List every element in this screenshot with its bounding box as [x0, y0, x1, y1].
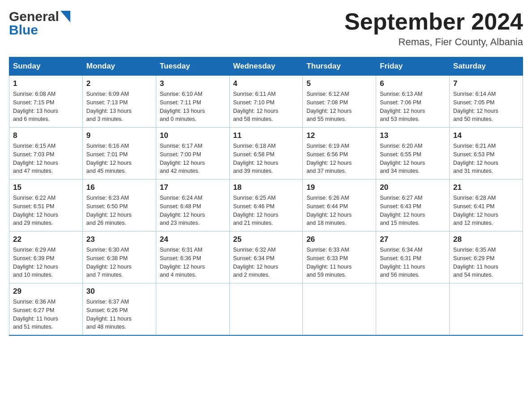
day-info: Sunrise: 6:30 AM Sunset: 6:38 PM Dayligh… — [86, 246, 152, 279]
calendar-cell — [156, 283, 229, 336]
day-number: 3 — [160, 79, 226, 88]
day-number: 22 — [13, 235, 79, 244]
calendar-week-row: 22Sunrise: 6:29 AM Sunset: 6:39 PM Dayli… — [9, 231, 523, 283]
calendar-cell: 26Sunrise: 6:33 AM Sunset: 6:33 PM Dayli… — [303, 231, 376, 283]
calendar-cell — [450, 283, 523, 336]
calendar-week-row: 15Sunrise: 6:22 AM Sunset: 6:51 PM Dayli… — [9, 180, 523, 231]
day-info: Sunrise: 6:13 AM Sunset: 7:06 PM Dayligh… — [380, 90, 446, 124]
day-number: 25 — [233, 235, 299, 244]
day-info: Sunrise: 6:29 AM Sunset: 6:39 PM Dayligh… — [13, 246, 79, 279]
day-number: 12 — [306, 131, 372, 140]
day-number: 28 — [453, 235, 519, 244]
day-info: Sunrise: 6:37 AM Sunset: 6:26 PM Dayligh… — [86, 298, 152, 331]
day-number: 18 — [233, 183, 299, 192]
calendar-week-row: 1Sunrise: 6:08 AM Sunset: 7:15 PM Daylig… — [9, 76, 523, 128]
calendar-cell: 4Sunrise: 6:11 AM Sunset: 7:10 PM Daylig… — [229, 76, 303, 128]
day-info: Sunrise: 6:27 AM Sunset: 6:43 PM Dayligh… — [380, 194, 446, 227]
day-number: 17 — [160, 183, 226, 192]
day-info: Sunrise: 6:34 AM Sunset: 6:31 PM Dayligh… — [380, 246, 446, 279]
day-info: Sunrise: 6:25 AM Sunset: 6:46 PM Dayligh… — [233, 194, 299, 227]
day-number: 14 — [453, 131, 519, 140]
calendar-table: SundayMondayTuesdayWednesdayThursdayFrid… — [9, 57, 523, 336]
day-number: 21 — [453, 183, 519, 192]
day-info: Sunrise: 6:09 AM Sunset: 7:13 PM Dayligh… — [86, 90, 152, 124]
calendar-header-saturday: Saturday — [450, 57, 523, 76]
calendar-cell: 7Sunrise: 6:14 AM Sunset: 7:05 PM Daylig… — [450, 76, 523, 128]
calendar-cell: 10Sunrise: 6:17 AM Sunset: 7:00 PM Dayli… — [156, 128, 229, 180]
logo-arrow-icon — [60, 11, 70, 24]
day-info: Sunrise: 6:08 AM Sunset: 7:15 PM Dayligh… — [13, 90, 79, 124]
day-number: 10 — [160, 131, 226, 140]
day-number: 9 — [86, 131, 152, 140]
location: Remas, Fier County, Albania — [344, 36, 523, 48]
day-info: Sunrise: 6:15 AM Sunset: 7:03 PM Dayligh… — [13, 142, 79, 176]
calendar-cell: 23Sunrise: 6:30 AM Sunset: 6:38 PM Dayli… — [82, 231, 156, 283]
calendar-header-thursday: Thursday — [303, 57, 376, 76]
calendar-cell: 20Sunrise: 6:27 AM Sunset: 6:43 PM Dayli… — [376, 180, 450, 231]
day-info: Sunrise: 6:20 AM Sunset: 6:55 PM Dayligh… — [380, 142, 446, 176]
day-info: Sunrise: 6:21 AM Sunset: 6:53 PM Dayligh… — [453, 142, 519, 176]
day-number: 8 — [13, 131, 79, 140]
day-info: Sunrise: 6:18 AM Sunset: 6:58 PM Dayligh… — [233, 142, 299, 176]
day-info: Sunrise: 6:16 AM Sunset: 7:01 PM Dayligh… — [86, 142, 152, 176]
calendar-cell: 16Sunrise: 6:23 AM Sunset: 6:50 PM Dayli… — [82, 180, 156, 231]
calendar-header-monday: Monday — [82, 57, 156, 76]
logo: General Blue — [9, 9, 70, 38]
day-info: Sunrise: 6:35 AM Sunset: 6:29 PM Dayligh… — [453, 246, 519, 279]
day-info: Sunrise: 6:26 AM Sunset: 6:44 PM Dayligh… — [306, 194, 372, 227]
calendar-cell: 25Sunrise: 6:32 AM Sunset: 6:34 PM Dayli… — [229, 231, 303, 283]
calendar-cell: 30Sunrise: 6:37 AM Sunset: 6:26 PM Dayli… — [82, 283, 156, 336]
day-number: 6 — [380, 79, 446, 88]
day-info: Sunrise: 6:17 AM Sunset: 7:00 PM Dayligh… — [160, 142, 226, 176]
day-number: 23 — [86, 235, 152, 244]
day-info: Sunrise: 6:22 AM Sunset: 6:51 PM Dayligh… — [13, 194, 79, 227]
logo-general-text: General — [9, 9, 59, 24]
title-block: September 2024 Remas, Fier County, Alban… — [344, 9, 523, 48]
day-info: Sunrise: 6:10 AM Sunset: 7:11 PM Dayligh… — [160, 90, 226, 124]
day-info: Sunrise: 6:12 AM Sunset: 7:08 PM Dayligh… — [306, 90, 372, 124]
day-info: Sunrise: 6:33 AM Sunset: 6:33 PM Dayligh… — [306, 246, 372, 279]
calendar-cell: 21Sunrise: 6:28 AM Sunset: 6:41 PM Dayli… — [450, 180, 523, 231]
day-info: Sunrise: 6:36 AM Sunset: 6:27 PM Dayligh… — [13, 298, 79, 331]
day-number: 16 — [86, 183, 152, 192]
calendar-cell — [376, 283, 450, 336]
day-info: Sunrise: 6:14 AM Sunset: 7:05 PM Dayligh… — [453, 90, 519, 124]
calendar-cell: 8Sunrise: 6:15 AM Sunset: 7:03 PM Daylig… — [9, 128, 83, 180]
day-number: 5 — [306, 79, 372, 88]
day-number: 29 — [13, 287, 79, 296]
calendar-cell: 24Sunrise: 6:31 AM Sunset: 6:36 PM Dayli… — [156, 231, 229, 283]
calendar-cell: 27Sunrise: 6:34 AM Sunset: 6:31 PM Dayli… — [376, 231, 450, 283]
calendar-cell: 9Sunrise: 6:16 AM Sunset: 7:01 PM Daylig… — [82, 128, 156, 180]
calendar-cell: 28Sunrise: 6:35 AM Sunset: 6:29 PM Dayli… — [450, 231, 523, 283]
calendar-cell: 5Sunrise: 6:12 AM Sunset: 7:08 PM Daylig… — [303, 76, 376, 128]
day-number: 20 — [380, 183, 446, 192]
day-number: 15 — [13, 183, 79, 192]
calendar-cell: 22Sunrise: 6:29 AM Sunset: 6:39 PM Dayli… — [9, 231, 83, 283]
day-number: 30 — [86, 287, 152, 296]
calendar-cell: 13Sunrise: 6:20 AM Sunset: 6:55 PM Dayli… — [376, 128, 450, 180]
calendar-header-friday: Friday — [376, 57, 450, 76]
day-info: Sunrise: 6:28 AM Sunset: 6:41 PM Dayligh… — [453, 194, 519, 227]
calendar-cell: 12Sunrise: 6:19 AM Sunset: 6:56 PM Dayli… — [303, 128, 376, 180]
day-info: Sunrise: 6:31 AM Sunset: 6:36 PM Dayligh… — [160, 246, 226, 279]
calendar-cell: 1Sunrise: 6:08 AM Sunset: 7:15 PM Daylig… — [9, 76, 83, 128]
calendar-cell: 3Sunrise: 6:10 AM Sunset: 7:11 PM Daylig… — [156, 76, 229, 128]
day-info: Sunrise: 6:32 AM Sunset: 6:34 PM Dayligh… — [233, 246, 299, 279]
calendar-cell: 2Sunrise: 6:09 AM Sunset: 7:13 PM Daylig… — [82, 76, 156, 128]
day-number: 26 — [306, 235, 372, 244]
logo-blue-text: Blue — [9, 22, 38, 38]
calendar-header-tuesday: Tuesday — [156, 57, 229, 76]
day-number: 24 — [160, 235, 226, 244]
calendar-header-wednesday: Wednesday — [229, 57, 303, 76]
day-info: Sunrise: 6:24 AM Sunset: 6:48 PM Dayligh… — [160, 194, 226, 227]
day-number: 27 — [380, 235, 446, 244]
day-number: 1 — [13, 79, 79, 88]
day-info: Sunrise: 6:19 AM Sunset: 6:56 PM Dayligh… — [306, 142, 372, 176]
calendar-week-row: 29Sunrise: 6:36 AM Sunset: 6:27 PM Dayli… — [9, 283, 523, 336]
day-number: 7 — [453, 79, 519, 88]
calendar-header-row: SundayMondayTuesdayWednesdayThursdayFrid… — [9, 57, 523, 76]
svg-marker-0 — [60, 11, 70, 22]
calendar-week-row: 8Sunrise: 6:15 AM Sunset: 7:03 PM Daylig… — [9, 128, 523, 180]
calendar-cell: 14Sunrise: 6:21 AM Sunset: 6:53 PM Dayli… — [450, 128, 523, 180]
calendar-cell: 29Sunrise: 6:36 AM Sunset: 6:27 PM Dayli… — [9, 283, 83, 336]
